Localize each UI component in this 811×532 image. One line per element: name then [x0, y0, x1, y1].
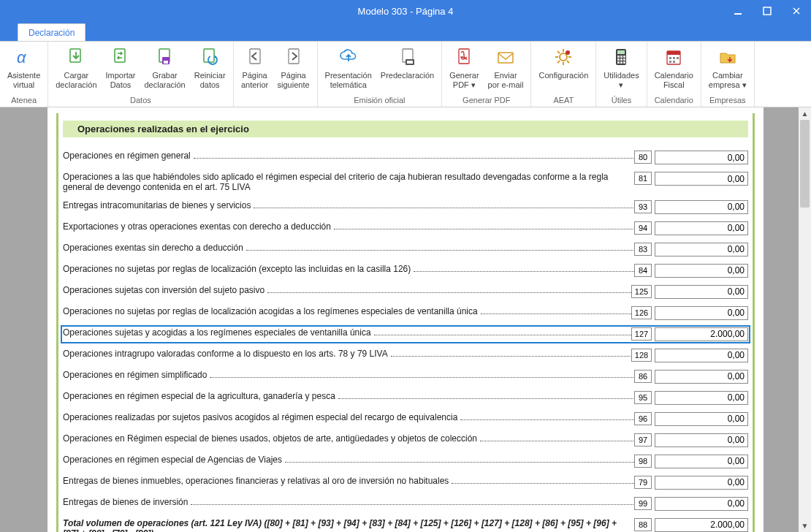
- svg-rect-36: [623, 58, 625, 61]
- field-input-81[interactable]: [655, 172, 748, 186]
- field-row-127: Operaciones sujetas y acogidas a los reg…: [63, 327, 748, 341]
- ribbon-button-label2: virtual: [13, 80, 34, 90]
- ribbon-group: CargardeclaraciónImportarDatosGrabardecl…: [48, 42, 233, 107]
- field-label: Operaciones en régimen especial de la ag…: [63, 391, 634, 401]
- ribbon-button-doc-refresh[interactable]: Reiniciardatos: [190, 44, 230, 94]
- ribbon-button-label: Utilidades: [604, 71, 639, 80]
- field-row-94: Exportaciones y otras operaciones exenta…: [63, 221, 748, 235]
- scroll-up-icon[interactable]: ▲: [799, 107, 811, 120]
- field-input-94[interactable]: [655, 221, 748, 235]
- ribbon-button-calendar[interactable]: CalendarioFiscal: [650, 44, 698, 94]
- doc-green-arrow-icon: [64, 45, 88, 69]
- field-label: Operaciones en régimen especial de Agenc…: [63, 455, 634, 465]
- ribbon-button-label: Cambiar: [712, 71, 743, 80]
- svg-rect-34: [617, 58, 620, 61]
- minimize-button[interactable]: [723, 0, 753, 22]
- field-input-80[interactable]: [655, 151, 748, 164]
- field-input-79[interactable]: [655, 476, 748, 490]
- field-input-93[interactable]: [655, 200, 748, 214]
- field-row-80: Operaciones en régimen general80: [63, 151, 748, 164]
- ribbon-button-label: Enviar: [494, 71, 517, 80]
- section-title: Operaciones realizadas en el ejercicio: [77, 123, 748, 134]
- scrollbar-track[interactable]: [799, 120, 811, 520]
- field-row-126: Operaciones no sujetas por reglas de loc…: [63, 306, 748, 320]
- box-number: 97: [634, 433, 652, 446]
- vertical-scrollbar[interactable]: ▲ ▼: [799, 107, 811, 532]
- ribbon-button-folder[interactable]: Cambiarempresa ▾: [704, 44, 751, 94]
- ribbon-button-page-next[interactable]: Páginasiguiente: [273, 44, 314, 94]
- ribbon-button-alpha[interactable]: αAsistentevirtual: [3, 44, 45, 94]
- box-number: 94: [634, 221, 652, 235]
- svg-rect-41: [667, 51, 680, 55]
- ribbon-button-label2: empresa ▾: [709, 80, 747, 90]
- field-label: Operaciones sujetas y acogidas a los reg…: [63, 327, 631, 338]
- ribbon: αAsistentevirtualAteneaCargardeclaración…: [0, 42, 811, 107]
- field-label: Entregas intracomunitarias de bienes y s…: [63, 200, 634, 210]
- field-input-125[interactable]: [655, 285, 748, 299]
- ribbon-button-mail[interactable]: Enviarpor e-mail: [484, 44, 528, 94]
- field-input-99[interactable]: [655, 497, 748, 511]
- window-controls: [723, 0, 811, 22]
- ribbon-group: GenerarPDF ▾Enviarpor e-mailGenerar PDF: [442, 42, 531, 107]
- field-row-125: Operaciones sujetas con inversión del su…: [63, 285, 748, 299]
- field-input-95[interactable]: [655, 391, 748, 405]
- field-row-93: Entregas intracomunitarias de bienes y s…: [63, 200, 748, 214]
- ribbon-button-pdf[interactable]: GenerarPDF ▾: [445, 44, 483, 94]
- box-number: 96: [634, 412, 652, 425]
- ribbon-group: αAsistentevirtualAtenea: [0, 42, 48, 107]
- ribbon-button-label2: telemática: [330, 80, 367, 90]
- scrollbar-thumb[interactable]: [800, 120, 810, 208]
- ribbon-group: PresentacióntelemáticaPredeclaraciónEmis…: [318, 42, 443, 107]
- field-input-97[interactable]: [655, 433, 748, 447]
- ribbon-button-gear[interactable]: Configuración: [534, 44, 593, 94]
- field-label: Exportaciones y otras operaciones exenta…: [63, 221, 634, 232]
- ribbon-button-label: Asistente: [7, 71, 40, 80]
- field-row-96: Operaciones realizadas por sujetos pasiv…: [63, 412, 748, 426]
- box-number: 88: [634, 518, 652, 531]
- field-input-84[interactable]: [655, 264, 748, 278]
- field-input-96[interactable]: [655, 412, 748, 426]
- field-row-81: Operaciones a las que habiéndoles sido a…: [63, 172, 748, 193]
- field-input-126[interactable]: [655, 306, 748, 320]
- field-label: Total volumen de operaciones (art. 121 L…: [63, 518, 634, 532]
- field-label: Operaciones realizadas por sujetos pasiv…: [63, 412, 634, 422]
- field-label: Operaciones en régimen simplificado: [63, 370, 634, 380]
- ribbon-button-doc-save[interactable]: Grabardeclaración: [140, 44, 189, 94]
- ribbon-button-doc-green-arrows[interactable]: ImportarDatos: [102, 44, 140, 94]
- ribbon-button-doc-print[interactable]: Predeclaración: [376, 44, 438, 94]
- ribbon-button-calc[interactable]: Utilidades▾: [599, 44, 643, 94]
- ribbon-button-cloud-up[interactable]: Presentacióntelemática: [321, 44, 376, 94]
- svg-rect-43: [673, 57, 675, 59]
- field-input-127[interactable]: [655, 327, 748, 341]
- ribbon-button-label: Presentación: [325, 71, 372, 80]
- maximize-button[interactable]: [753, 0, 782, 22]
- field-row-83: Operaciones exentas sin derecho a deducc…: [63, 243, 748, 256]
- doc-refresh-icon: [198, 45, 221, 69]
- field-input-128[interactable]: [655, 349, 748, 362]
- field-input-86[interactable]: [655, 370, 748, 384]
- svg-rect-35: [620, 58, 622, 61]
- title-bar: Modelo 303 - Página 4: [0, 0, 811, 22]
- field-label: Operaciones en régimen general: [63, 151, 634, 161]
- ribbon-button-label2: por e-mail: [488, 80, 524, 90]
- svg-rect-16: [407, 61, 413, 64]
- tab-declaracion[interactable]: Declaración: [18, 23, 85, 41]
- field-input-88[interactable]: [655, 518, 748, 532]
- ribbon-button-page-prev[interactable]: Páginaanterior: [237, 44, 273, 94]
- field-input-98[interactable]: [655, 455, 748, 468]
- field-row-99: Entregas de bienes de inversión99: [63, 497, 748, 511]
- ribbon-group-label: [234, 94, 317, 107]
- ribbon-button-doc-green-arrow[interactable]: Cargardeclaración: [51, 44, 101, 94]
- svg-rect-18: [498, 53, 513, 63]
- ribbon-button-label2: declaración: [144, 80, 185, 90]
- ribbon-button-label: Generar: [449, 71, 479, 80]
- ribbon-button-label2: datos: [200, 80, 220, 90]
- svg-rect-1: [764, 7, 771, 15]
- scroll-down-icon[interactable]: ▼: [799, 520, 811, 532]
- box-number: 98: [634, 455, 652, 468]
- ribbon-button-label2: siguiente: [278, 80, 310, 90]
- close-button[interactable]: [782, 0, 811, 22]
- field-input-83[interactable]: [655, 243, 748, 256]
- field-label: Entregas de bienes inmuebles, operacione…: [63, 476, 634, 486]
- svg-text:α: α: [17, 48, 27, 66]
